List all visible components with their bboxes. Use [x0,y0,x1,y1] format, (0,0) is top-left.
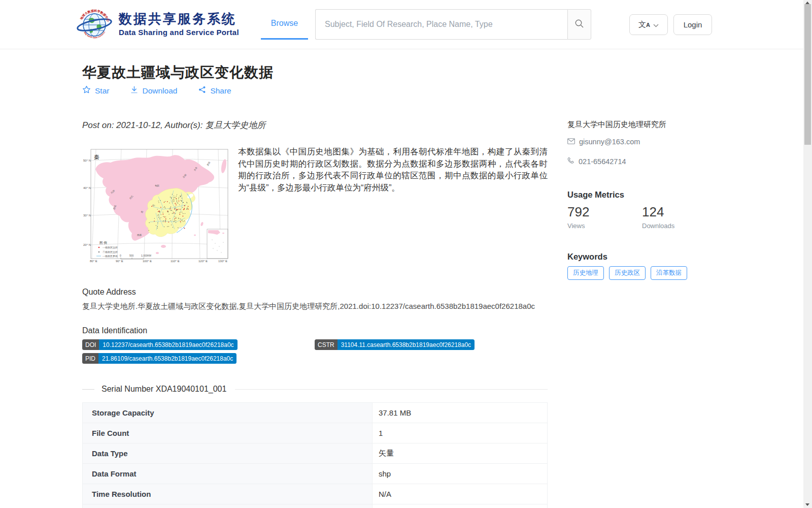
divider-line [235,389,548,390]
attribute-table: Storage Capacity 37.81 MB File Count 1 D… [82,402,548,508]
svg-text:110° E: 110° E [171,260,180,263]
views-metric: 792 Views [567,204,589,230]
downloads-label: Downloads [642,222,674,230]
search-icon [574,19,584,30]
svg-text:130° E: 130° E [218,260,227,263]
svg-text:一级政区界线: 一级政区界线 [103,255,118,258]
views-count: 792 [567,204,589,220]
svg-text:1,000KM: 1,000KM [141,254,151,257]
map-dynasty-label: 秦 [94,154,99,160]
login-button[interactable]: Login [673,14,712,35]
svg-text:一级政区治所: 一级政区治所 [103,246,118,249]
action-bar: Star Download Share [82,85,231,96]
attr-label: Time Resolution [83,484,373,504]
phone-icon [567,157,574,166]
dataset-thumbnail-map[interactable]: 秦 匈奴东胡夫余肃慎乌孙月氏羌氐西域南越 50° N40° N30° N20° … [82,146,229,263]
dataset-detail-page: 地球大数据科学数据中心 Big Earth Data Center,CAS 数据… [0,0,812,508]
download-icon [130,86,138,96]
download-label: Download [142,86,177,96]
language-selector[interactable]: 文A [629,14,668,35]
keyword-tags: 历史地理 历史政区 沿革数据 [567,266,687,280]
keyword-tag[interactable]: 沿革数据 [651,266,687,280]
institution-name: 复旦大学中国历史地理研究所 [567,120,694,130]
table-row: File Count 1 [83,423,547,443]
site-title-zh: 数据共享服务系统 [119,11,239,26]
svg-text:匈奴: 匈奴 [155,184,160,187]
identification-badges: DOI 10.12237/casearth.6538b2b1819aec0f26… [82,339,548,370]
chevron-down-icon [653,20,659,29]
search-button[interactable] [567,9,591,40]
keywords-heading: Keywords [567,252,607,262]
cstr-badge[interactable]: CSTR 31104.11.casearth.6538b2b1819aec0f2… [315,339,475,350]
pid-badge-label: PID [82,353,98,364]
attr-label: Storage Capacity [83,403,373,423]
svg-text:图 例: 图 例 [99,241,107,245]
svg-text:30° N: 30° N [83,214,91,217]
tab-browse[interactable]: Browse [261,7,308,40]
svg-text:100° E: 100° E [143,260,152,263]
star-icon [82,85,91,96]
doi-badge-label: DOI [82,339,99,350]
pid-badge-value: 21.86109/casearth.6538b2b1819aec0f26218a… [98,353,236,364]
map-inset [207,229,228,259]
star-button[interactable]: Star [82,85,109,96]
download-button[interactable]: Download [130,85,177,96]
downloads-metric: 124 Downloads [642,204,674,230]
header: 地球大数据科学数据中心 Big Earth Data Center,CAS 数据… [0,0,812,49]
phone-text: 021-65642714 [579,157,626,166]
table-row: Storage Capacity 37.81 MB [83,403,547,423]
serial-number-label: Serial Number XDA19040101_001 [101,385,226,394]
pid-badge[interactable]: PID 21.86109/casearth.6538b2b1819aec0f26… [82,353,236,364]
svg-text:90° E: 90° E [116,260,123,263]
email-text: gisunny@163.com [579,138,640,146]
table-row-partial [83,504,547,508]
contact-email: gisunny@163.com [567,138,640,146]
dataset-description: 本数据集以《中国历史地图集》为基础，利用各朝代标准年地图，构建了从秦到清代中国历… [238,146,548,263]
contact-phone: 021-65642714 [567,157,626,166]
email-icon [567,138,575,146]
usage-metrics-heading: Usage Metrics [567,190,624,200]
scrollbar-thumb[interactable] [804,4,811,145]
attr-value: 1 [373,423,547,443]
table-row: Time Resolution N/A [83,484,547,504]
tab-active-underline [261,38,308,40]
views-label: Views [567,222,589,230]
scrollbar-down-arrow[interactable] [805,503,809,506]
attr-label: Data Format [83,464,373,484]
page-title: 华夏故土疆域与政区变化数据 [82,63,274,82]
search-input[interactable] [315,9,567,40]
attr-value: 矢量 [373,443,547,463]
svg-text:80° E: 80° E [90,260,97,263]
logo[interactable]: 地球大数据科学数据中心 Big Earth Data Center,CAS 数据… [75,5,239,43]
svg-text:120° E: 120° E [198,260,208,263]
keyword-tag[interactable]: 历史政区 [609,266,646,280]
logo-text: 数据共享服务系统 Data Sharing and Service Portal [119,11,239,37]
svg-text:500: 500 [129,254,134,257]
table-row: Data Type 矢量 [83,443,547,464]
translate-icon: 文A [638,20,650,29]
share-button[interactable]: Share [198,85,231,96]
share-label: Share [210,86,231,96]
post-meta: Post on: 2021-10-12, Author(s): 复旦大学史地所 [82,119,265,131]
attr-label: Data Type [83,443,373,463]
doi-badge-value: 10.12237/casearth.6538b2b1819aec0f26218a… [99,339,237,350]
doi-badge[interactable]: DOI 10.12237/casearth.6538b2b1819aec0f26… [82,339,238,350]
logo-globe-icon: 地球大数据科学数据中心 Big Earth Data Center,CAS [75,5,114,43]
attr-value: shp [373,464,547,484]
attr-value [373,504,547,508]
star-label: Star [95,86,109,96]
attr-value: N/A [373,484,547,504]
keyword-tag[interactable]: 历史地理 [567,266,604,280]
svg-text:40° N: 40° N [83,186,91,189]
share-icon [198,86,206,96]
divider-dash [82,389,94,390]
svg-text:20° N: 20° N [83,243,91,246]
site-title-en: Data Sharing and Service Portal [119,28,239,37]
attr-label [83,504,373,508]
svg-text:0: 0 [120,254,121,257]
svg-text:50° N: 50° N [83,159,91,162]
tab-browse-label: Browse [271,19,298,28]
cstr-badge-value: 31104.11.casearth.6538b2b1819aec0f26218a… [337,339,475,350]
search-group [315,9,591,40]
cstr-badge-label: CSTR [315,339,337,350]
